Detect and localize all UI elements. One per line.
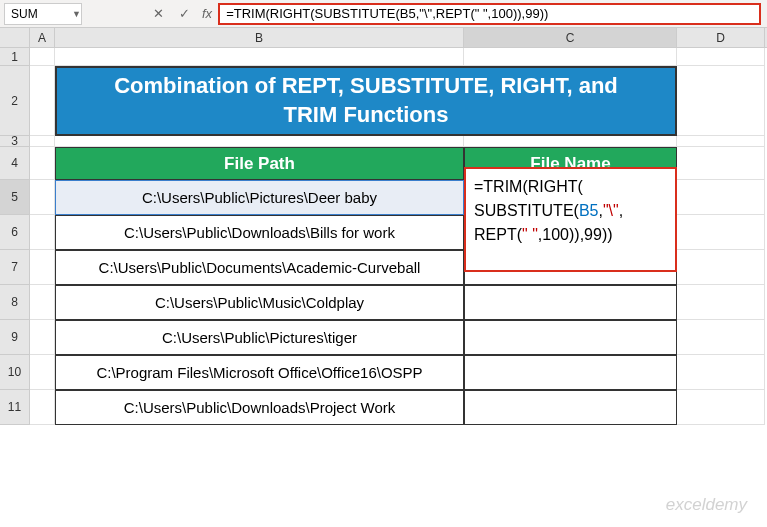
col-header-b[interactable]: B xyxy=(55,28,464,47)
row-header[interactable]: 8 xyxy=(0,285,30,320)
cell[interactable] xyxy=(30,48,55,66)
cell[interactable] xyxy=(30,147,55,180)
fx-icon[interactable]: fx xyxy=(202,6,212,21)
row-header[interactable]: 3 xyxy=(0,136,30,147)
cell[interactable] xyxy=(30,180,55,215)
enter-icon[interactable]: ✓ xyxy=(172,3,196,25)
cell[interactable] xyxy=(30,390,55,425)
table-row: 9 C:\Users\Public\Pictures\tiger xyxy=(0,320,767,355)
cell[interactable] xyxy=(30,355,55,390)
spreadsheet-grid: A B C D 1 2 Combination of REPT, SUBSTIT… xyxy=(0,28,767,425)
table-row: 3 xyxy=(0,136,767,147)
row-header[interactable]: 6 xyxy=(0,215,30,250)
name-box[interactable]: SUM ▼ xyxy=(4,3,82,25)
watermark: exceldemy xyxy=(666,495,747,515)
col-header-a[interactable]: A xyxy=(30,28,55,47)
tok: " " xyxy=(522,226,538,243)
row-header[interactable]: 9 xyxy=(0,320,30,355)
cell-c11[interactable] xyxy=(464,390,677,425)
tok: SUBSTITUTE( xyxy=(474,202,579,219)
row-header[interactable]: 1 xyxy=(0,48,30,66)
column-headers: A B C D xyxy=(0,28,767,48)
cell[interactable] xyxy=(464,48,677,66)
cell-b9[interactable]: C:\Users\Public\Pictures\tiger xyxy=(55,320,464,355)
cell[interactable] xyxy=(30,320,55,355)
formula-buttons: ✕ ✓ fx xyxy=(146,3,218,25)
cell[interactable] xyxy=(464,136,677,147)
cell[interactable] xyxy=(677,285,765,320)
row-header[interactable]: 7 xyxy=(0,250,30,285)
cell[interactable] xyxy=(677,136,765,147)
title-line2: TRIM Functions xyxy=(284,101,449,130)
formula-editing-overlay[interactable]: =TRIM(RIGHT( SUBSTITUTE(B5,"\", REPT(" "… xyxy=(464,167,677,272)
cell[interactable] xyxy=(55,48,464,66)
cell-b8[interactable]: C:\Users\Public\Music\Coldplay xyxy=(55,285,464,320)
table-row: 11 C:\Users\Public\Downloads\Project Wor… xyxy=(0,390,767,425)
cell[interactable] xyxy=(677,250,765,285)
col-header-d[interactable]: D xyxy=(677,28,765,47)
cell-value: C:\Users\Public\Pictures\Deer baby xyxy=(142,189,377,206)
cell[interactable] xyxy=(30,136,55,147)
cell[interactable] xyxy=(677,320,765,355)
cell[interactable] xyxy=(677,180,765,215)
table-row: 1 xyxy=(0,48,767,66)
cell-b7[interactable]: C:\Users\Public\Documents\Academic-Curve… xyxy=(55,250,464,285)
cell[interactable] xyxy=(677,390,765,425)
tok: REPT( xyxy=(474,226,522,243)
select-all-corner[interactable] xyxy=(0,28,30,47)
header-file-path[interactable]: File Path xyxy=(55,147,464,180)
formula-bar-text: =TRIM(RIGHT(SUBSTITUTE(B5,"\",REPT(" ",1… xyxy=(226,6,548,21)
cell[interactable] xyxy=(677,355,765,390)
cell-b10[interactable]: C:\Program Files\Microsoft Office\Office… xyxy=(55,355,464,390)
tok: TRIM( xyxy=(483,178,527,195)
cell-b5[interactable]: C:\Users\Public\Pictures\Deer baby xyxy=(55,180,464,215)
cancel-icon[interactable]: ✕ xyxy=(146,3,170,25)
cell-c10[interactable] xyxy=(464,355,677,390)
row-header[interactable]: 11 xyxy=(0,390,30,425)
table-row: 2 Combination of REPT, SUBSTITUTE, RIGHT… xyxy=(0,66,767,136)
cell[interactable] xyxy=(30,285,55,320)
chevron-down-icon[interactable]: ▼ xyxy=(72,9,81,19)
row-header[interactable]: 2 xyxy=(0,66,30,136)
cell-c8[interactable] xyxy=(464,285,677,320)
row-header[interactable]: 5 xyxy=(0,180,30,215)
title-line1: Combination of REPT, SUBSTITUTE, RIGHT, … xyxy=(114,72,618,101)
formula-bar-row: SUM ▼ ✕ ✓ fx =TRIM(RIGHT(SUBSTITUTE(B5,"… xyxy=(0,0,767,28)
table-row: 10 C:\Program Files\Microsoft Office\Off… xyxy=(0,355,767,390)
cell[interactable] xyxy=(677,147,765,180)
cell[interactable] xyxy=(30,215,55,250)
tok: 99 xyxy=(584,226,602,243)
title-cell[interactable]: Combination of REPT, SUBSTITUTE, RIGHT, … xyxy=(55,66,677,136)
table-row: 8 C:\Users\Public\Music\Coldplay xyxy=(0,285,767,320)
tok: )) xyxy=(602,226,613,243)
cell[interactable] xyxy=(677,48,765,66)
row-header[interactable]: 10 xyxy=(0,355,30,390)
col-header-c[interactable]: C xyxy=(464,28,677,47)
cell[interactable] xyxy=(677,215,765,250)
cell-b6[interactable]: C:\Users\Public\Downloads\Bills for work xyxy=(55,215,464,250)
row-header[interactable]: 4 xyxy=(0,147,30,180)
cell-c9[interactable] xyxy=(464,320,677,355)
name-box-value: SUM xyxy=(11,7,38,21)
cell-b11[interactable]: C:\Users\Public\Downloads\Project Work xyxy=(55,390,464,425)
cell[interactable] xyxy=(55,136,464,147)
tok: , xyxy=(619,202,623,219)
cell[interactable] xyxy=(677,66,765,136)
tok: B5 xyxy=(579,202,599,219)
tok: )), xyxy=(569,226,584,243)
tok: = xyxy=(474,178,483,195)
cell[interactable] xyxy=(30,250,55,285)
tok: RIGHT( xyxy=(528,178,583,195)
formula-bar-input[interactable]: =TRIM(RIGHT(SUBSTITUTE(B5,"\",REPT(" ",1… xyxy=(218,3,761,25)
tok: 100 xyxy=(542,226,569,243)
cell[interactable] xyxy=(30,66,55,136)
tok: "\" xyxy=(603,202,619,219)
